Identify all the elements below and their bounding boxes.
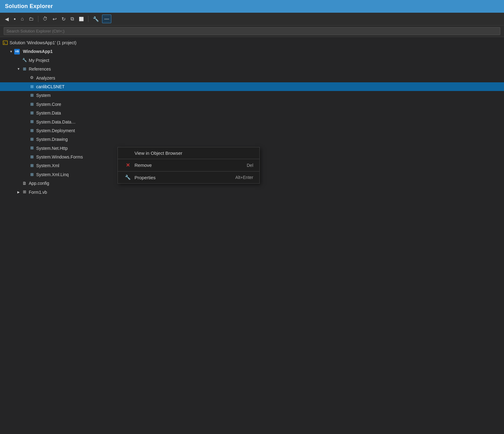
wrench-icon: 🔧 xyxy=(22,58,27,63)
analyzers-item[interactable]: Analyzers xyxy=(0,74,504,82)
toolbar: ◀ ● ⌂ 🗀 ⏱ ↩ ↻ ⧉ ⬜ 🔧 — xyxy=(0,13,504,25)
system-net-label: System.Net.Http xyxy=(36,145,68,152)
analyzers-icon xyxy=(29,75,35,81)
system-data-data-icon xyxy=(29,119,35,125)
system-drawing-item[interactable]: System.Drawing xyxy=(0,135,504,144)
system-drawing-label: System.Drawing xyxy=(36,136,68,143)
folder-icon: 🗀 xyxy=(29,16,34,22)
form-icon: ⊞ xyxy=(22,189,27,195)
project-item[interactable]: ▼ VB WindowsApp1 xyxy=(0,47,504,56)
title-bar: Solution Explorer xyxy=(0,0,504,13)
remove-label: Remove xyxy=(135,163,234,168)
wrench-icon: 🔧 xyxy=(93,16,99,22)
references-label: References xyxy=(29,66,51,72)
form1-label: Form1.vb xyxy=(29,189,47,196)
tree-view: S Solution 'WindowsApp1' (1 project) ▼ V… xyxy=(0,37,504,434)
refresh-icon: ↻ xyxy=(62,16,66,22)
system-core-icon xyxy=(29,102,35,107)
home-button[interactable]: ⌂ xyxy=(19,15,26,23)
separator-2 xyxy=(88,16,88,22)
system-xmllinq-icon xyxy=(29,172,35,177)
copy-icon: ⧉ xyxy=(70,16,74,22)
project-expand-arrow: ▼ xyxy=(9,49,14,54)
system-winforms-arrow xyxy=(23,154,28,159)
search-bar xyxy=(0,25,504,37)
properties-button[interactable]: 🔧 xyxy=(91,15,101,23)
myproject-arrow-placeholder xyxy=(16,58,21,63)
system-data-label: System.Data xyxy=(36,110,61,116)
solution-label: Solution 'WindowsApp1' (1 project) xyxy=(10,39,76,46)
solution-icon: S xyxy=(2,40,8,46)
properties-shortcut: Alt+Enter xyxy=(235,175,253,180)
clock-icon: ⏱ xyxy=(43,16,48,22)
system-winforms-label: System.Windows.Forms xyxy=(36,154,83,160)
collapse-button[interactable]: — xyxy=(102,15,111,23)
system-icon xyxy=(29,93,35,98)
canlib-icon xyxy=(29,84,35,89)
system-xml-icon xyxy=(29,163,35,169)
analyzers-arrow-placeholder xyxy=(23,76,28,80)
undo-icon: ↩ xyxy=(53,16,57,22)
my-project-label: My Project xyxy=(29,57,49,64)
system-deployment-icon xyxy=(29,128,35,133)
system-data-icon xyxy=(29,110,35,116)
system-data-data-arrow xyxy=(23,119,28,124)
app-config-arrow xyxy=(16,181,21,186)
system-data-data-item[interactable]: System.Data.Data… xyxy=(0,118,504,126)
system-label: System xyxy=(36,92,51,99)
system-deployment-arrow xyxy=(23,128,28,133)
svg-text:S: S xyxy=(4,42,5,44)
system-drawing-arrow xyxy=(23,137,28,142)
system-arrow-placeholder xyxy=(23,93,28,98)
form1-expand-arrow: ▶ xyxy=(16,190,21,195)
canlib-label: canlibCLSNET xyxy=(36,83,65,90)
system-net-arrow xyxy=(23,146,28,151)
form1-item[interactable]: ▶ ⊞ Form1.vb xyxy=(0,188,504,197)
sync-button[interactable]: ⏱ xyxy=(41,15,49,23)
paste-icon: ⬜ xyxy=(79,17,84,21)
refresh-button[interactable]: ↻ xyxy=(60,15,67,23)
back-icon: ◀ xyxy=(5,16,9,22)
back-button[interactable]: ◀ xyxy=(3,15,11,23)
references-item[interactable]: ▼ References xyxy=(0,65,504,73)
show-file-button[interactable]: 🗀 xyxy=(27,15,36,23)
undo-button[interactable]: ↩ xyxy=(51,15,58,23)
title-label: Solution Explorer xyxy=(5,3,53,9)
canlib-item[interactable]: canlibCLSNET xyxy=(0,82,504,91)
system-data-item[interactable]: System.Data xyxy=(0,109,504,117)
system-net-icon xyxy=(29,145,35,151)
remove-shortcut: Del xyxy=(247,163,253,168)
config-icon: 🗎 xyxy=(22,180,27,186)
canlib-arrow-placeholder xyxy=(23,84,28,89)
properties-menuitem[interactable]: 🔧 Properties Alt+Enter xyxy=(118,171,259,183)
properties-icon: 🔧 xyxy=(124,175,131,180)
system-core-item[interactable]: System.Core xyxy=(0,100,504,109)
system-data-data-label: System.Data.Data… xyxy=(36,119,76,125)
separator-1 xyxy=(38,16,38,22)
remove-menuitem[interactable]: ✕ Remove Del xyxy=(118,159,259,171)
context-menu: View in Object Browser ✕ Remove Del 🔧 Pr… xyxy=(117,147,260,184)
solution-item[interactable]: S Solution 'WindowsApp1' (1 project) xyxy=(0,38,504,47)
view-object-browser-label: View in Object Browser xyxy=(135,150,241,156)
forward-button[interactable]: ● xyxy=(12,15,18,22)
system-deployment-item[interactable]: System.Deployment xyxy=(0,126,504,135)
system-xml-linq-label: System.Xml.Linq xyxy=(36,171,69,178)
copy-button[interactable]: ⧉ xyxy=(69,15,76,23)
my-project-item[interactable]: 🔧 My Project xyxy=(0,56,504,65)
system-item[interactable]: System xyxy=(0,91,504,100)
properties-label: Properties xyxy=(135,175,223,180)
paste-button[interactable]: ⬜ xyxy=(77,15,86,23)
search-input[interactable] xyxy=(4,27,500,35)
system-xml-arrow xyxy=(23,163,28,168)
system-drawing-icon xyxy=(29,137,35,142)
analyzers-label: Analyzers xyxy=(36,75,55,81)
solution-explorer: Solution Explorer ◀ ● ⌂ 🗀 ⏱ ↩ ↻ ⧉ ⬜ xyxy=(0,0,504,434)
system-winforms-icon xyxy=(29,154,35,160)
view-object-browser-menuitem[interactable]: View in Object Browser xyxy=(118,147,259,159)
app-config-label: App.config xyxy=(29,180,49,187)
system-data-arrow-placeholder xyxy=(23,111,28,115)
system-core-arrow-placeholder xyxy=(23,102,28,107)
system-xmllinq-arrow xyxy=(23,172,28,177)
references-icon xyxy=(22,66,27,72)
remove-icon: ✕ xyxy=(124,162,131,168)
